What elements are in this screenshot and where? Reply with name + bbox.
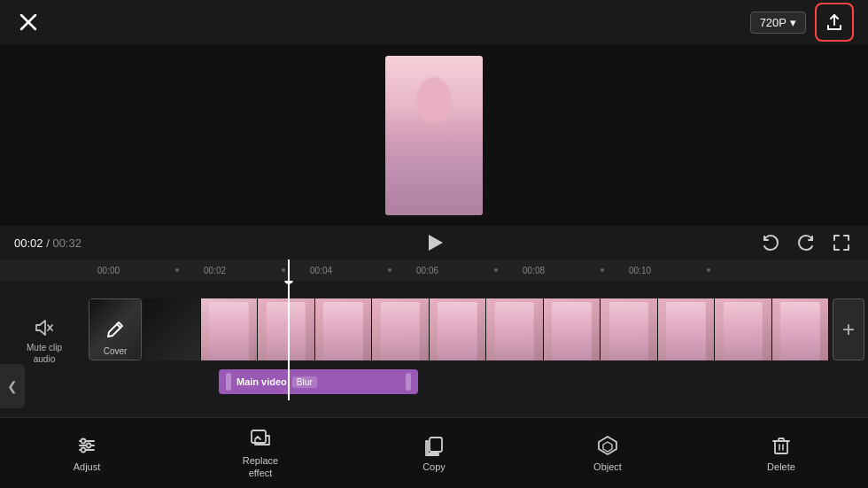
ruler-marks: 00:00 00:02 00:04 00:06 00:08 00:10	[97, 266, 868, 275]
object-label: Object	[593, 461, 622, 472]
quality-selector[interactable]: 720P ▾	[750, 12, 806, 34]
timeline-area: Mute clipaudio Cover +	[0, 281, 868, 400]
filmstrip-frame-4	[372, 298, 430, 360]
effect-handle-left[interactable]	[226, 373, 231, 391]
svg-point-10	[81, 439, 86, 444]
ruler-dot-4	[601, 268, 604, 272]
filmstrip-frame-2	[258, 298, 315, 360]
filmstrip-frame-9	[658, 298, 716, 360]
sidebar-collapse-button[interactable]: ❮	[0, 364, 25, 408]
add-track-button[interactable]: +	[833, 298, 864, 360]
plus-icon: +	[842, 317, 855, 342]
ruler-mark-0: 00:00	[97, 266, 151, 275]
playback-bar: 00:02 / 00:32	[0, 226, 868, 259]
filmstrip[interactable]	[143, 298, 829, 360]
ruler-playhead-line	[288, 259, 290, 283]
filmstrip-frame-11	[772, 298, 830, 360]
svg-point-11	[87, 444, 91, 448]
top-bar: 720P ▾	[0, 0, 868, 44]
video-preview	[385, 56, 483, 215]
effect-track[interactable]: Main video Blur	[219, 369, 418, 394]
ruler-dot-1	[282, 268, 285, 272]
preview-area	[0, 44, 868, 226]
replace-effect-label: Replaceeffect	[243, 454, 278, 480]
quality-label: 720P	[760, 16, 787, 29]
filmstrip-frame-3	[315, 298, 373, 360]
effect-main-label: Main video	[236, 376, 287, 387]
speaker-icon	[34, 317, 55, 338]
play-button[interactable]	[420, 229, 448, 257]
filmstrip-frame-5	[430, 298, 487, 360]
filmstrip-frame-10	[715, 298, 772, 360]
playhead[interactable]	[288, 281, 290, 400]
effect-handle-right[interactable]	[406, 373, 411, 391]
ruler-mark-2: 00:04	[310, 266, 363, 275]
filmstrip-frame-6	[486, 298, 544, 360]
replace-effect-icon	[249, 427, 272, 450]
ruler-dot-5	[707, 268, 710, 272]
copy-icon	[422, 434, 446, 457]
ruler-dot-0	[175, 268, 179, 272]
mute-label: Mute clipaudio	[27, 342, 62, 365]
toolbar-item-delete[interactable]: Delete	[755, 427, 808, 479]
adjust-label: Adjust	[74, 461, 101, 472]
toolbar-item-adjust[interactable]: Adjust	[60, 427, 113, 479]
mute-clip-button[interactable]: Mute clipaudio	[27, 317, 62, 365]
ruler-mark-1: 00:02	[204, 266, 257, 275]
ruler-dot-2	[388, 268, 391, 272]
adjust-icon	[75, 434, 98, 457]
svg-marker-3	[36, 321, 45, 335]
svg-rect-14	[430, 438, 442, 452]
video-frame	[385, 56, 483, 215]
object-icon	[596, 434, 619, 457]
current-time: 00:02	[14, 236, 43, 250]
total-time: 00:32	[52, 236, 81, 250]
redo-button[interactable]	[794, 230, 818, 255]
filmstrip-frame-dark	[143, 298, 201, 360]
cover-thumbnail[interactable]: Cover	[89, 298, 142, 360]
copy-label: Copy	[422, 461, 446, 472]
ruler-mark-5: 00:10	[629, 266, 682, 275]
ruler-dot-3	[494, 268, 498, 272]
fullscreen-button[interactable]	[829, 230, 854, 255]
filmstrip-frame-1	[201, 298, 259, 360]
svg-rect-17	[775, 441, 787, 453]
filmstrip-frame-7	[544, 298, 601, 360]
bottom-toolbar: Adjust Replaceeffect Copy	[0, 417, 868, 488]
playback-right-controls	[758, 230, 854, 255]
svg-point-12	[81, 448, 86, 453]
undo-button[interactable]	[758, 230, 783, 255]
time-display: 00:02 / 00:32	[14, 236, 103, 250]
quality-arrow: ▾	[790, 16, 796, 29]
chevron-left-icon: ❮	[7, 379, 18, 393]
timeline-ruler[interactable]: 00:00 00:02 00:04 00:06 00:08 00:10	[0, 259, 868, 281]
filmstrip-frame-8	[601, 298, 658, 360]
ruler-mark-3: 00:06	[416, 266, 469, 275]
toolbar-item-replace-effect[interactable]: Replaceeffect	[234, 420, 287, 487]
delete-label: Delete	[767, 461, 795, 472]
pen-icon	[105, 320, 125, 339]
ruler-mark-4: 00:08	[523, 266, 576, 275]
toolbar-item-object[interactable]: Object	[581, 427, 634, 479]
top-right-controls: 720P ▾	[750, 3, 854, 42]
cover-label: Cover	[89, 346, 141, 356]
toolbar-item-copy[interactable]: Copy	[407, 427, 461, 479]
effect-sub-label: Blur	[292, 376, 317, 388]
svg-marker-16	[603, 442, 612, 452]
close-button[interactable]	[14, 8, 43, 36]
delete-icon	[770, 434, 793, 457]
play-icon	[429, 235, 443, 251]
export-button[interactable]	[815, 3, 854, 42]
